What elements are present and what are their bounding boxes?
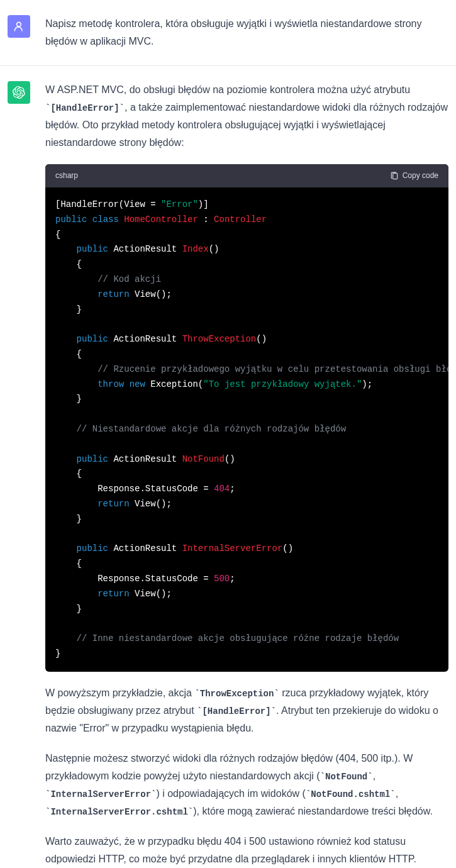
code-language: csharp bbox=[55, 169, 78, 182]
user-text: Napisz metodę kontrolera, która obsługuj… bbox=[45, 15, 448, 50]
explanation-paragraph-1: W powyższym przykładzie, akcja `ThrowExc… bbox=[45, 684, 448, 737]
user-content: Napisz metodę kontrolera, która obsługuj… bbox=[45, 15, 448, 50]
code-header: csharp Copy code bbox=[45, 164, 448, 187]
inline-code: `[HandleError]` bbox=[45, 103, 125, 113]
inline-code: `NotFound.cshtml` bbox=[306, 789, 396, 799]
clipboard-icon bbox=[390, 172, 399, 181]
user-icon bbox=[13, 20, 25, 33]
inline-code: `ThrowException` bbox=[194, 689, 279, 699]
copy-code-button[interactable]: Copy code bbox=[390, 169, 438, 182]
user-avatar bbox=[8, 15, 30, 38]
explanation-paragraph-3: Warto zauważyć, że w przypadku błędu 404… bbox=[45, 833, 448, 868]
svg-point-0 bbox=[17, 22, 21, 26]
svg-rect-1 bbox=[392, 173, 397, 179]
openai-icon bbox=[13, 86, 25, 99]
assistant-message: W ASP.NET MVC, do obsługi błędów na pozi… bbox=[0, 66, 456, 868]
user-message: Napisz metodę kontrolera, która obsługuj… bbox=[0, 0, 456, 66]
assistant-avatar bbox=[8, 81, 30, 104]
intro-paragraph: W ASP.NET MVC, do obsługi błędów na pozi… bbox=[45, 81, 448, 152]
assistant-content: W ASP.NET MVC, do obsługi błędów na pozi… bbox=[45, 81, 448, 868]
inline-code: `InternalServerError.cshtml` bbox=[45, 807, 193, 817]
explanation-paragraph-2: Następnie możesz stworzyć widoki dla róż… bbox=[45, 750, 448, 820]
inline-code: `[HandleError]` bbox=[197, 706, 276, 716]
code-block: csharp Copy code [HandleError(View = "Er… bbox=[45, 164, 448, 672]
inline-code: `NotFound` bbox=[320, 772, 373, 782]
inline-code: `InternalServerError` bbox=[45, 789, 156, 799]
code-content[interactable]: [HandleError(View = "Error")] public cla… bbox=[45, 187, 448, 672]
